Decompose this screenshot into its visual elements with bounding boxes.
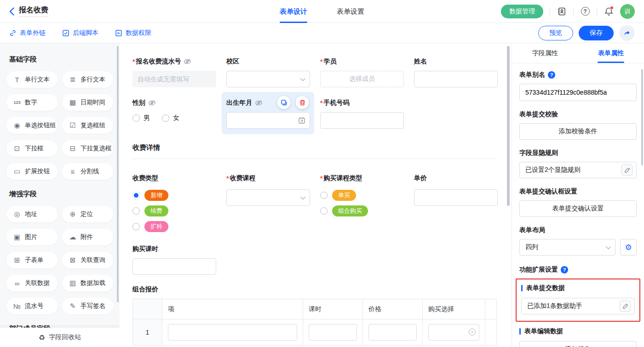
notification-bell-icon[interactable] xyxy=(604,6,614,17)
layout-settings-button[interactable]: ⚙ xyxy=(620,239,637,256)
field-recycle-bin[interactable]: ♻ 字段回收站 xyxy=(0,328,120,347)
tab-form-design[interactable]: 表单设计 xyxy=(280,0,307,23)
field-item-linked-data[interactable]: ∞关联数据 xyxy=(6,275,58,291)
save-button[interactable]: 保存 xyxy=(579,26,614,40)
field-item-subform[interactable]: ⊞子表单 xyxy=(6,252,58,268)
add-validation-button[interactable]: 添加校验条件 xyxy=(519,123,637,140)
field-label: 姓名 xyxy=(414,57,427,66)
back-button[interactable]: 报名收费 xyxy=(9,6,48,17)
delete-field-button[interactable] xyxy=(296,96,309,109)
field-item-radio-group[interactable]: ◉单选按钮组 xyxy=(6,117,58,134)
copy-field-button[interactable] xyxy=(277,96,290,109)
field-unit-price[interactable]: 单价 xyxy=(414,174,508,236)
fee-type-option-new[interactable]: 新增 xyxy=(132,189,226,201)
field-student[interactable]: *学员 选择成员 xyxy=(320,57,414,87)
help-icon[interactable]: ? xyxy=(561,266,568,273)
field-item-checkbox-group[interactable]: ☑复选框组 xyxy=(62,117,113,134)
field-item-single-text[interactable]: T单行文本 xyxy=(6,71,58,88)
tab-form-settings[interactable]: 表单设置 xyxy=(337,0,364,23)
tab-field-properties[interactable]: 字段属性 xyxy=(512,43,578,63)
field-serial-number[interactable]: *报名收费流水号 xyxy=(132,57,226,87)
name-input[interactable] xyxy=(414,71,498,87)
field-fee-course[interactable]: *收费课程 xyxy=(226,174,320,236)
field-combo-quote[interactable]: 组合报价 项 课时 价格 购买选择 1 xyxy=(132,285,512,346)
form-layout-select[interactable]: 四列 xyxy=(519,239,615,256)
external-link-button[interactable]: 表单外链 xyxy=(9,29,46,37)
field-phone[interactable]: *手机号码 xyxy=(320,98,414,134)
edit-submit-data-button[interactable] xyxy=(620,301,631,312)
unit-price-input[interactable] xyxy=(414,189,498,206)
fee-course-select[interactable] xyxy=(226,189,310,206)
table-header-item: 项 xyxy=(162,299,303,319)
field-purchase-hours[interactable]: 购买课时 xyxy=(132,245,226,275)
fee-type-option-expand[interactable]: 扩科 xyxy=(132,221,226,233)
field-item-divider[interactable]: ≡分割线 xyxy=(62,163,113,180)
campus-select[interactable] xyxy=(226,71,310,87)
submit-data-box[interactable]: 已添加1条数据助手 xyxy=(521,298,635,314)
notification-dot xyxy=(610,6,614,10)
submit-confirm-button[interactable]: 表单提交确认设置 xyxy=(519,200,637,217)
field-item-datetime[interactable]: ▦日期时间 xyxy=(62,94,113,111)
combo-hours-input[interactable] xyxy=(309,324,357,341)
serial-number-input[interactable] xyxy=(132,71,216,87)
sidebar-scrollbar[interactable] xyxy=(117,46,119,302)
field-campus[interactable]: 校区 xyxy=(226,57,320,87)
data-permission-button[interactable]: 数据权限 xyxy=(115,29,151,37)
contacts-book-icon[interactable] xyxy=(557,6,567,17)
required-mark: * xyxy=(320,58,322,65)
purchase-option-single[interactable]: 单买 xyxy=(320,189,414,201)
field-item-label: 单选按钮组 xyxy=(25,121,56,130)
student-picker[interactable]: 选择成员 xyxy=(320,71,404,87)
field-gender[interactable]: 性别 男 女 xyxy=(132,98,226,134)
gender-option-female[interactable]: 女 xyxy=(162,114,179,122)
gender-option-male[interactable]: 男 xyxy=(132,114,150,122)
form-alias-input[interactable] xyxy=(519,84,637,101)
field-item-extend-button[interactable]: ▭扩展按钮 xyxy=(6,163,58,180)
field-fee-type[interactable]: 收费类型 新增 续费 扩科 xyxy=(132,174,226,236)
phone-input[interactable] xyxy=(320,112,404,129)
radio-icon: ◉ xyxy=(13,121,21,130)
back-chevron-icon xyxy=(9,7,14,16)
visibility-rules-box[interactable]: 已设置2个显隐规则 xyxy=(519,162,637,178)
purchase-option-combo[interactable]: 组合购买 xyxy=(320,205,414,217)
field-item-signature[interactable]: ✎手写签名 xyxy=(62,298,113,314)
field-item-location[interactable]: ⊕定位 xyxy=(62,206,113,222)
radio-picker-icon[interactable] xyxy=(469,329,476,336)
field-item-serial-number[interactable]: №流水号 xyxy=(6,298,58,314)
field-item-multi-dropdown[interactable]: ⊟下拉复选框 xyxy=(62,140,113,157)
submit-data-value: 已添加1条数据助手 xyxy=(527,302,582,310)
preview-button[interactable]: 预览 xyxy=(538,26,573,40)
add-operation-button[interactable]: 添加操作 xyxy=(519,341,637,347)
field-name[interactable]: 姓名 xyxy=(414,57,508,87)
section-bar xyxy=(521,285,523,291)
field-birth-month-selected[interactable]: 出生年月 xyxy=(222,92,314,134)
edit-visibility-button[interactable] xyxy=(621,165,632,176)
fee-type-option-renew[interactable]: 续费 xyxy=(132,205,226,217)
combo-item-input[interactable] xyxy=(168,324,297,341)
field-item-multi-text[interactable]: ≣多行文本 xyxy=(62,71,113,88)
field-label: 出生年月 xyxy=(226,99,252,107)
data-manage-button[interactable]: 数据管理 xyxy=(501,5,543,18)
field-label: 手机号码 xyxy=(323,99,349,107)
field-item-data-load[interactable]: ▥数据加载 xyxy=(62,275,113,291)
share-button[interactable] xyxy=(619,25,635,41)
field-label: 报名收费流水号 xyxy=(136,57,181,66)
field-item-linked-query[interactable]: ⊠关联查询 xyxy=(62,252,113,268)
purchase-hours-input[interactable] xyxy=(132,258,216,275)
field-item-number[interactable]: 123数字 xyxy=(6,94,58,111)
help-icon[interactable]: ? xyxy=(548,71,555,79)
field-item-attachment[interactable]: ☁附件 xyxy=(62,229,113,245)
canvas-scrollbar[interactable] xyxy=(507,46,510,206)
combo-price-input[interactable] xyxy=(368,324,417,341)
panel-scrollbar[interactable] xyxy=(641,69,643,165)
avatar[interactable]: 训 xyxy=(620,4,635,19)
tab-form-properties[interactable]: 表单属性 xyxy=(578,43,644,63)
field-purchase-type[interactable]: *购买课程类型 单买 组合购买 xyxy=(320,174,414,236)
field-item-image[interactable]: ▣图片 xyxy=(6,229,58,245)
help-icon[interactable]: ? xyxy=(580,6,590,17)
backend-script-button[interactable]: 后端脚本 xyxy=(62,29,98,37)
field-item-dropdown[interactable]: ⊡下拉框 xyxy=(6,140,58,157)
dropdown-icon: ⊡ xyxy=(13,144,21,153)
birth-month-input[interactable] xyxy=(226,112,310,129)
field-item-address[interactable]: ◎地址 xyxy=(6,206,58,222)
